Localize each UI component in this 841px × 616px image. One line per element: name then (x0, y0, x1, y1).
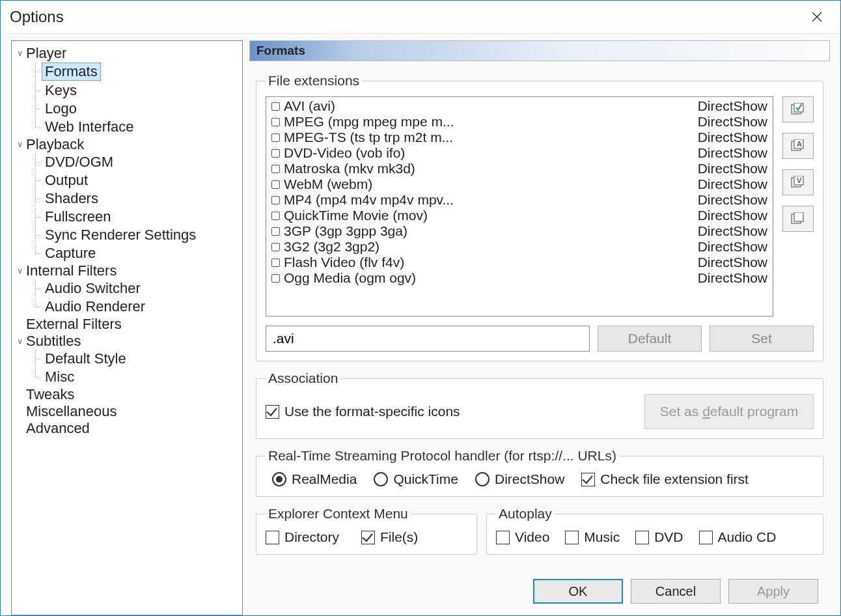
format-row[interactable]: DVD-Video (vob ifo) DirectShow (269, 145, 770, 161)
files-checkbox[interactable]: File(s) (361, 529, 418, 545)
format-checkbox-icon[interactable] (271, 259, 280, 267)
format-checkbox-icon[interactable] (271, 196, 280, 204)
tree-node-output[interactable]: Output (30, 171, 240, 189)
tree-node-label: Player (26, 45, 66, 61)
format-checkbox-icon[interactable] (271, 102, 280, 111)
checkbox-icon (699, 531, 713, 544)
tree-node-tweaks[interactable]: Tweaks (17, 386, 240, 403)
tree-node-subtitles[interactable]: ∨Subtitles (17, 333, 240, 350)
select-none-button[interactable] (782, 206, 814, 232)
use-format-icons-checkbox[interactable]: Use the format-specific icons (266, 404, 460, 419)
format-engine: DirectShow (691, 223, 767, 239)
format-checkbox-icon[interactable] (271, 149, 280, 158)
category-tree[interactable]: ∨PlayerFormatsKeysLogoWeb Interface∨Play… (11, 40, 243, 615)
default-button[interactable]: Default (598, 326, 702, 352)
tree-node-misc[interactable]: Misc (30, 368, 240, 386)
format-checkbox-icon[interactable] (271, 227, 280, 236)
autoplay-music-checkbox[interactable]: Music (565, 529, 620, 545)
checkbox-icon (361, 531, 375, 544)
extension-input[interactable] (266, 326, 590, 352)
dialog-footer: OK Cancel Apply (249, 568, 830, 615)
format-checkbox-icon[interactable] (271, 118, 280, 126)
format-checkbox-icon[interactable] (271, 180, 280, 189)
rtsp-radio-directshow[interactable]: DirectShow (475, 471, 564, 487)
format-row[interactable]: AVI (avi) DirectShow (269, 98, 770, 114)
tree-branch-icon (30, 245, 42, 262)
tree-node-logo[interactable]: Logo (30, 100, 240, 118)
tree-branch-icon (30, 280, 42, 297)
format-row[interactable]: MP4 (mp4 m4v mp4v mpv... DirectShow (269, 192, 770, 208)
tree-node-external-filters[interactable]: External Filters (17, 316, 240, 333)
select-video-button[interactable]: V (782, 169, 814, 195)
format-name: Flash Video (flv f4v) (284, 255, 691, 270)
format-checkbox-icon[interactable] (271, 212, 280, 220)
tree-node-audio-switcher[interactable]: Audio Switcher (30, 279, 240, 298)
tree-node-keys[interactable]: Keys (30, 81, 240, 100)
format-list[interactable]: AVI (avi) DirectShow MPEG (mpg mpeg mpe … (266, 96, 773, 316)
explorer-context-legend: Explorer Context Menu (266, 506, 411, 522)
select-none-icon (791, 212, 805, 225)
format-engine: DirectShow (691, 192, 767, 208)
tree-node-playback[interactable]: ∨Playback (17, 136, 240, 153)
directory-checkbox[interactable]: Directory (266, 529, 339, 545)
tree-node-web-interface[interactable]: Web Interface (30, 118, 240, 136)
apply-button[interactable]: Apply (728, 579, 818, 604)
format-checkbox-icon[interactable] (271, 243, 280, 251)
tree-node-default-style[interactable]: Default Style (30, 350, 240, 368)
tree-node-audio-renderer[interactable]: Audio Renderer (30, 298, 240, 316)
format-row[interactable]: MPEG-TS (ts tp trp m2t m... DirectShow (269, 130, 770, 145)
format-row[interactable]: 3G2 (3g2 3gp2) DirectShow (269, 239, 770, 255)
tree-toggle-icon: ∨ (17, 266, 26, 275)
checkbox-icon (266, 405, 279, 419)
tree-node-label: Formats (42, 63, 101, 81)
tree-node-shaders[interactable]: Shaders (30, 189, 240, 208)
format-checkbox-icon[interactable] (271, 274, 280, 283)
tree-node-label: Web Interface (42, 119, 137, 135)
ok-button[interactable]: OK (533, 579, 623, 604)
radio-icon (475, 472, 489, 486)
tree-node-player[interactable]: ∨Player (17, 45, 240, 62)
select-audio-button[interactable]: A (782, 133, 814, 159)
format-row[interactable]: MPEG (mpg mpeg mpe m... DirectShow (269, 114, 770, 130)
rtsp-radio-realmedia[interactable]: RealMedia (272, 471, 357, 487)
check-ext-first-checkbox[interactable]: Check file extension first (581, 471, 749, 487)
select-video-icon: V (791, 176, 805, 189)
rtsp-radio-label: QuickTime (393, 471, 458, 487)
autoplay-legend: Autoplay (496, 506, 555, 522)
format-row[interactable]: WebM (webm) DirectShow (269, 176, 770, 192)
tree-branch-icon (30, 63, 42, 81)
format-row[interactable]: Ogg Media (ogm ogv) DirectShow (269, 270, 770, 286)
tree-node-dvd-ogm[interactable]: DVD/OGM (30, 153, 240, 171)
format-checkbox-icon[interactable] (271, 165, 280, 173)
format-name: MP4 (mp4 m4v mp4v mpv... (284, 192, 691, 208)
tree-node-internal-filters[interactable]: ∨Internal Filters (17, 262, 240, 279)
tree-toggle-icon: ∨ (17, 139, 26, 149)
autoplay-video-checkbox[interactable]: Video (496, 529, 549, 545)
select-all-button[interactable] (782, 96, 814, 122)
rtsp-radio-quicktime[interactable]: QuickTime (374, 471, 458, 487)
tree-node-label: DVD/OGM (42, 154, 117, 171)
format-row[interactable]: Flash Video (flv f4v) DirectShow (269, 255, 770, 270)
format-name: DVD-Video (vob ifo) (284, 145, 691, 161)
checkbox-icon (581, 473, 595, 486)
tree-node-capture[interactable]: Capture (30, 244, 240, 262)
autoplay-audio-cd-checkbox[interactable]: Audio CD (699, 529, 777, 545)
tree-node-formats[interactable]: Formats (30, 62, 240, 81)
format-row[interactable]: Matroska (mkv mk3d) DirectShow (269, 161, 770, 176)
svg-rect-11 (794, 212, 803, 221)
tree-node-advanced[interactable]: Advanced (17, 420, 240, 437)
format-row[interactable]: QuickTime Movie (mov) DirectShow (269, 208, 770, 223)
set-button[interactable]: Set (710, 326, 814, 352)
tree-branch-icon (30, 208, 42, 225)
set-default-program-button[interactable]: Set as default program (644, 394, 814, 429)
cancel-button[interactable]: Cancel (631, 579, 721, 604)
format-checkbox-icon[interactable] (271, 133, 280, 142)
close-button[interactable] (803, 6, 831, 28)
tree-node-miscellaneous[interactable]: Miscellaneous (17, 403, 240, 420)
tree-node-label: Keys (42, 82, 80, 99)
autoplay-dvd-checkbox[interactable]: DVD (635, 529, 683, 545)
tree-node-sync-renderer-settings[interactable]: Sync Renderer Settings (30, 226, 240, 244)
format-row[interactable]: 3GP (3gp 3gpp 3ga) DirectShow (269, 223, 770, 239)
autoplay-label: Video (515, 529, 549, 545)
tree-node-fullscreen[interactable]: Fullscreen (30, 208, 240, 226)
